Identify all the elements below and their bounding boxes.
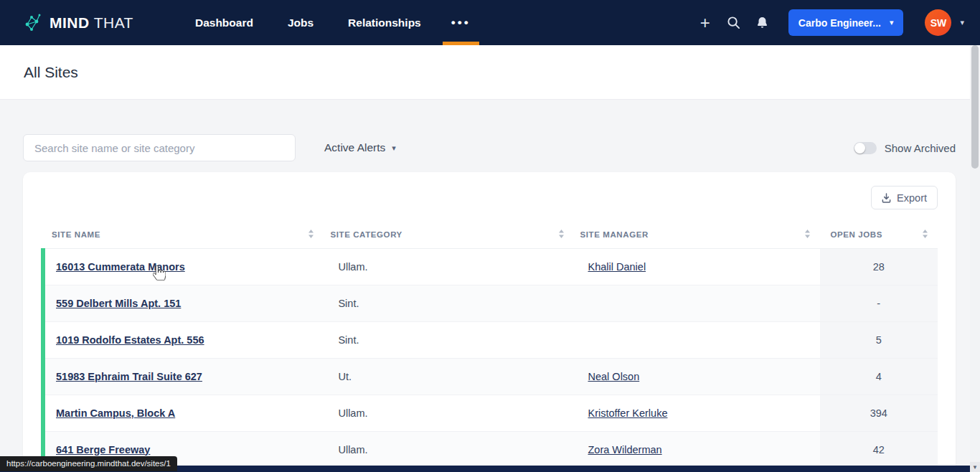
filters-row: Active Alerts ▾ Show Archived bbox=[23, 134, 956, 161]
toggle-knob bbox=[854, 143, 865, 154]
plus-icon: + bbox=[700, 13, 710, 33]
open-jobs-cell: 42 bbox=[820, 431, 938, 468]
site-manager-cell: Zora Wilderman bbox=[574, 431, 820, 468]
site-category-cell: Sint. bbox=[324, 321, 573, 358]
site-category-cell: Ullam. bbox=[324, 431, 573, 468]
table-row[interactable]: 51983 Ephraim Trail Suite 627Ut.Neal Ols… bbox=[43, 358, 938, 395]
page-header: All Sites bbox=[0, 45, 980, 99]
site-name-link[interactable]: 1019 Rodolfo Estates Apt. 556 bbox=[56, 334, 204, 346]
sort-icon bbox=[559, 230, 564, 240]
site-category-cell: Sint. bbox=[324, 285, 573, 321]
search-button[interactable] bbox=[720, 9, 748, 37]
site-name-link[interactable]: Martin Campus, Block A bbox=[56, 407, 175, 419]
sort-icon bbox=[923, 230, 928, 240]
sites-card: Export Site Name Site Category Site Ma bbox=[23, 172, 956, 472]
search-icon bbox=[727, 16, 740, 29]
site-manager-cell: Neal Olson bbox=[574, 358, 820, 395]
main-content: Active Alerts ▾ Show Archived Export Sit… bbox=[0, 99, 980, 472]
site-manager-link[interactable]: Neal Olson bbox=[588, 371, 640, 382]
site-manager-cell bbox=[574, 321, 820, 358]
user-menu-chevron-down-icon[interactable]: ▾ bbox=[960, 19, 964, 27]
site-name-link[interactable]: 641 Berge Freeway bbox=[56, 444, 150, 456]
site-name-link[interactable]: 16013 Cummerata Manors bbox=[56, 261, 185, 273]
table-row[interactable]: 559 Delbert Mills Apt. 151Sint.- bbox=[43, 285, 938, 321]
organization-switcher[interactable]: Carbo Engineer... ▾ bbox=[788, 9, 904, 36]
table-row[interactable]: Martin Campus, Block AUllam.Kristoffer K… bbox=[43, 395, 938, 431]
column-header-open-jobs[interactable]: Open Jobs bbox=[820, 222, 938, 248]
column-header-site-category[interactable]: Site Category bbox=[324, 222, 573, 248]
nav-jobs[interactable]: Jobs bbox=[270, 0, 331, 45]
show-archived-toggle[interactable] bbox=[854, 142, 877, 154]
site-manager-cell bbox=[574, 285, 820, 321]
page-scrollbar[interactable]: ▼ bbox=[970, 45, 980, 472]
export-icon bbox=[882, 193, 891, 203]
open-jobs-cell: 394 bbox=[820, 395, 938, 431]
sort-icon bbox=[805, 230, 810, 240]
site-manager-link[interactable]: Kristoffer Kerluke bbox=[588, 407, 668, 419]
link-url-tooltip: https://carboengineering.mindthat.dev/si… bbox=[0, 456, 177, 471]
open-jobs-cell: 28 bbox=[820, 248, 938, 285]
table-row[interactable]: 1019 Rodolfo Estates Apt. 556Sint.5 bbox=[43, 321, 938, 358]
column-header-site-name[interactable]: Site Name bbox=[43, 222, 324, 248]
primary-nav: Dashboard Jobs Relationships ••• bbox=[178, 0, 484, 45]
sites-table: Site Name Site Category Site Manager Ope… bbox=[41, 222, 938, 468]
site-category-cell: Ullam. bbox=[324, 248, 573, 285]
open-jobs-cell: 4 bbox=[820, 358, 938, 395]
site-category-cell: Ut. bbox=[324, 358, 573, 395]
nav-more-ellipsis-icon[interactable]: ••• bbox=[438, 0, 484, 45]
chevron-down-icon: ▾ bbox=[392, 144, 396, 152]
search-input[interactable] bbox=[23, 134, 296, 161]
page-title: All Sites bbox=[24, 64, 78, 81]
column-header-site-manager[interactable]: Site Manager bbox=[574, 222, 820, 248]
export-button[interactable]: Export bbox=[871, 186, 938, 209]
brand[interactable]: MINDTHAT bbox=[24, 0, 133, 45]
site-manager-link[interactable]: Khalil Daniel bbox=[588, 261, 646, 273]
user-avatar[interactable]: SW bbox=[925, 9, 951, 36]
sort-icon bbox=[308, 230, 314, 240]
show-archived-label: Show Archived bbox=[885, 142, 956, 154]
brand-name: MINDTHAT bbox=[50, 14, 133, 32]
table-row[interactable]: 16013 Cummerata ManorsUllam.Khalil Danie… bbox=[43, 248, 938, 285]
card-toolbar: Export bbox=[41, 186, 938, 209]
organization-name: Carbo Engineer... bbox=[798, 17, 881, 29]
chevron-down-icon: ▾ bbox=[890, 19, 894, 27]
scrollbar-down-arrow[interactable]: ▼ bbox=[970, 462, 980, 472]
site-manager-cell: Khalil Daniel bbox=[574, 248, 820, 285]
brand-logo-icon bbox=[24, 12, 42, 34]
site-name-link[interactable]: 559 Delbert Mills Apt. 151 bbox=[56, 298, 181, 309]
top-navbar: MINDTHAT Dashboard Jobs Relationships ••… bbox=[0, 0, 980, 45]
alerts-filter-value: Active Alerts bbox=[324, 141, 385, 154]
open-jobs-cell: 5 bbox=[820, 321, 938, 358]
nav-dashboard[interactable]: Dashboard bbox=[178, 0, 270, 45]
navbar-actions: + Carbo Engineer... ▾ SW ▾ bbox=[691, 0, 964, 45]
sites-table-body: 16013 Cummerata ManorsUllam.Khalil Danie… bbox=[43, 248, 938, 468]
site-name-link[interactable]: 51983 Ephraim Trail Suite 627 bbox=[56, 371, 202, 382]
alerts-filter-dropdown[interactable]: Active Alerts ▾ bbox=[324, 141, 396, 154]
site-manager-cell: Kristoffer Kerluke bbox=[574, 395, 820, 431]
table-header-row: Site Name Site Category Site Manager Ope… bbox=[43, 222, 938, 248]
site-manager-link[interactable]: Zora Wilderman bbox=[588, 444, 662, 456]
export-label: Export bbox=[897, 192, 927, 204]
open-jobs-cell: - bbox=[820, 285, 938, 321]
notifications-button[interactable] bbox=[748, 9, 777, 37]
show-archived-control: Show Archived bbox=[854, 142, 956, 154]
scrollbar-thumb[interactable] bbox=[971, 45, 979, 169]
nav-relationships[interactable]: Relationships bbox=[331, 0, 438, 45]
site-category-cell: Ullam. bbox=[324, 395, 573, 431]
add-button[interactable]: + bbox=[691, 9, 720, 37]
table-row[interactable]: 641 Berge FreewayUllam.Zora Wilderman42 bbox=[43, 431, 938, 468]
bell-icon bbox=[755, 16, 769, 30]
